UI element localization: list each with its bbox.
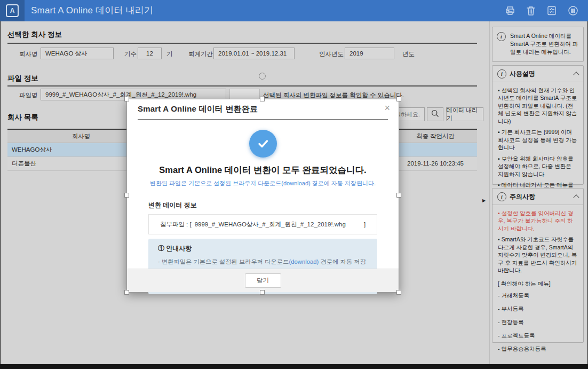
notice-text: · 변환파일은 기본으로 설정된 브라우저 다운로드 [158,258,289,265]
resize-handle[interactable] [124,290,129,295]
rotate-handle[interactable] [259,73,266,80]
caution-menu-header: [ 확인해야 하는 메뉴] [498,280,578,287]
chevron-up-icon[interactable] [573,72,579,77]
section-rule [7,85,477,87]
close-button[interactable]: 닫기 [245,273,281,288]
company-name-label: 회사명 [19,50,38,58]
company-name-cell: WEHAGO상사 [12,143,52,156]
page-title: Smart A Online 데이터 내리기 [31,0,153,21]
success-check-icon [249,130,277,158]
hr-year-suffix: 년도 [402,50,415,58]
trash-icon[interactable] [526,5,536,16]
notice-title: ① 안내사항 [158,244,368,253]
converted-data-title: 변환 데이터 정보 [148,201,377,210]
usage-panel-title: 사용설명 [510,69,574,78]
sidebar-intro-text: Smart A Online 데이터를 SmartA 구조로 변환하여 파일로 … [510,32,579,56]
period-label: 기수 [124,50,137,58]
apps-icon[interactable] [568,5,578,16]
app-logo-icon: A [6,4,19,17]
company-name-cell: 더존물산 [12,157,36,170]
info-icon: i [497,192,506,201]
sidebar-caution-panel: i 주의사항 ▪ 설정한 암호를 잊어버리신 경우, 복구가 불가능하니 주의 … [492,188,584,343]
caution-panel-header[interactable]: i 주의사항 [492,189,583,205]
resize-handle[interactable] [396,193,401,198]
file-helper-text: 선택된 회사의 변환파일 정보를 확인할 수 있습니다. [263,91,404,99]
caution-item: ▪ SmartA와 기초코드 자릿수를 다르게 사용한 경우, SmartA의 … [498,235,578,274]
attached-file-box: 첨부파일 : [ 9999_#_WEHAGO상사_#_회계_원천_#_12_20… [148,214,377,234]
section-title-file-info: 파일 정보 [7,74,38,83]
usage-item: ▪ 보안을 위해 회사마다 암호를 설정해야 하므로, 다중 변환은 지원하지 … [498,155,578,178]
search-button[interactable] [427,107,443,121]
caution-menu-item: - 현장등록 [498,317,578,327]
period-field[interactable] [138,48,162,59]
fiscal-label: 회계기간 [188,50,213,58]
app-window: A Smart A Online 데이터 내리기 선택한 회사 정보 회사명 기… [0,0,588,369]
info-icon: i [497,69,506,78]
section-rule [7,43,477,44]
resize-handle[interactable] [124,193,129,198]
caution-menu-item: - 거래처등록 [498,291,578,301]
resize-handle[interactable] [396,290,401,295]
top-bar: A Smart A Online 데이터 내리기 [0,0,588,21]
search-icon [431,109,439,120]
usage-item: ▪ 기본 회사코드는 [9999] 이며 회사코드 설정을 통해 변경 가능합니… [498,128,578,151]
file-name-label: 파일명 [19,91,38,99]
section-title-company-info: 선택한 회사 정보 [7,30,62,40]
sidebar-usage-panel: i 사용설명 ▪ 선택된 회사의 현재 기수와 인사년도 데이터를 SmartA… [492,65,584,185]
hr-year-label: 인사년도 [319,50,344,58]
info-icon: i [497,32,506,41]
chevron-up-icon[interactable] [573,194,579,200]
checklist-icon[interactable] [546,5,557,16]
sidebar-intro-panel: i Smart A Online 데이터를 SmartA 구조로 변환하여 파일… [492,27,584,62]
usage-panel-header[interactable]: i 사용설명 [492,66,583,82]
section-title-company-list: 회사 목록 [7,113,38,122]
resize-handle[interactable] [260,97,265,101]
data-download-button[interactable]: 데이터 내리기 [446,107,483,121]
usage-item: ▪ 선택된 회사의 현재 기수와 인사년도 데이터를 SmartA 구조로 변환… [498,87,578,125]
resize-handle[interactable] [260,290,265,295]
company-name-field[interactable] [41,48,114,59]
app-logo[interactable]: A [0,0,25,21]
last-time-cell [394,143,477,156]
caution-menu-item: - 부서등록 [498,304,578,314]
sidebar-divider [489,21,490,365]
sidebar-collapse-arrow-icon[interactable]: ▶ [482,198,486,203]
dialog-title: Smart A Online 데이터 변환완료 [138,104,258,114]
print-icon[interactable] [505,5,515,16]
conversion-complete-dialog: Smart A Online 데이터 변환완료 × Smart A Online… [126,99,399,293]
attach-label: 첨부파일 : [ [160,221,192,229]
fiscal-field[interactable] [213,48,295,59]
notice-link-text: (download) [289,258,319,265]
caution-menu-item: - 업무용승용차등록 [498,344,578,354]
close-icon[interactable]: × [384,103,390,113]
window-bottom-border [0,364,588,369]
attach-bracket: ] [364,221,365,227]
dialog-subtext: 변환된 파일은 기본으로 설정된 브라우저 다운로드(download) 경로에… [127,179,399,187]
caution-warning: ▪ 설정한 암호를 잊어버리신 경우, 복구가 불가능하니 주의 하시기 바랍니… [498,209,578,232]
dialog-heading: Smart A Online 데이터 변환이 모두 완료되었습니다. [127,164,399,176]
column-header-last-work-time[interactable]: 최종 작업시간 [394,130,477,143]
last-time-cell: 2019-11-26 10:23:45 [394,157,477,170]
hr-year-field[interactable] [345,48,394,59]
attach-filename: 9999_#_WEHAGO상사_#_회계_원천_#_12_2019!.whg [195,221,346,229]
period-suffix: 기 [166,50,173,58]
caution-menu-item: - 프로젝트등록 [498,331,578,341]
resize-handle[interactable] [396,97,401,101]
resize-handle[interactable] [124,97,129,101]
caution-panel-title: 주의사항 [510,192,574,201]
